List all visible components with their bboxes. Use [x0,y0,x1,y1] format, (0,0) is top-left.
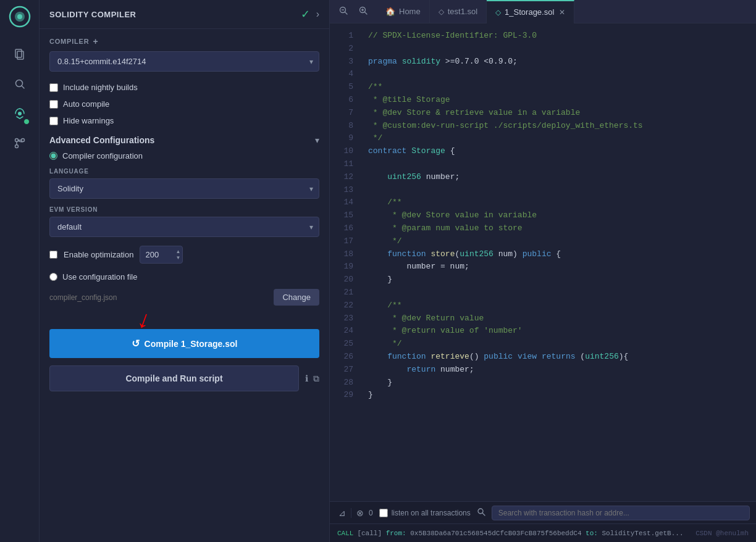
compile-run-label: Compile and Run script [125,373,222,383]
compiler-version-select[interactable]: 0.8.15+commit.e14f2714 0.8.14+commit.80d… [49,51,319,72]
hide-warnings-row: Hide warnings [40,112,329,129]
search-tx-icon[interactable] [477,507,485,518]
hide-warnings-checkbox[interactable] [49,117,58,125]
svg-line-19 [482,513,485,515]
hide-warnings-label[interactable]: Hide warnings [63,116,114,125]
listen-row: listen on all transactions [379,509,471,517]
home-tab[interactable]: 🏠 Home [377,0,430,23]
header-right: ✓ › [301,7,319,21]
bottom-bar: ⊿ ⊗ 0 listen on all transactions [330,501,756,523]
enable-optimization-label[interactable]: Enable optimization [64,250,133,259]
advanced-header[interactable]: Advanced Configurations ▾ [49,135,319,145]
tab-bar: 🏠 Home ◇ test1.sol ◇ 1_Storage.sol ✕ [330,0,756,23]
compiler-version-section: COMPILER + 0.8.15+commit.e14f2714 0.8.14… [40,29,329,79]
chevron-down-icon: ▾ [315,135,319,145]
use-config-row: Use configuration file [49,272,319,281]
divider1 [351,508,351,518]
svg-line-13 [345,12,348,14]
storage-tab-icon: ◇ [495,8,501,17]
evm-select-wrapper: default london berlin istanbul ▾ [49,217,319,237]
auto-compile-label[interactable]: Auto compile [63,99,109,109]
icon-sidebar [0,0,40,542]
advanced-section: Advanced Configurations ▾ Compiler confi… [40,129,329,324]
change-button[interactable]: Change [274,289,319,306]
compiler-header: SOLIDITY COMPILER ✓ › [40,0,329,29]
language-section: LANGUAGE Solidity Yul ▾ [49,168,319,199]
compiler-config-label[interactable]: Compiler configuration [62,151,143,161]
search-sidebar-icon [14,78,26,93]
search-tx-input[interactable] [492,506,750,520]
config-file-row: Change [49,289,319,306]
evm-version-select[interactable]: default london berlin istanbul [49,217,319,237]
version-select-wrapper: 0.8.15+commit.e14f2714 0.8.14+commit.80d… [49,51,319,72]
bottom-left-icons: ⊿ ⊗ 0 [336,507,373,519]
copy-icon[interactable]: ⧉ [313,373,319,384]
opt-decrement[interactable]: ▼ [176,255,181,261]
storage-tab[interactable]: ◇ 1_Storage.sol ✕ [487,0,574,23]
code-editor: 12345 678910 1112131415 1617181920 21222… [330,23,756,501]
opt-spinner: ▲ ▼ [176,249,181,261]
language-select-wrapper: Solidity Yul ▾ [49,178,319,199]
optimization-row: Enable optimization ▲ ▼ [49,246,319,264]
include-nightly-label[interactable]: Include nightly builds [63,83,138,92]
files-icon [14,48,26,64]
language-select[interactable]: Solidity Yul [49,178,319,199]
test1-tab[interactable]: ◇ test1.sol [430,0,487,23]
svg-line-6 [22,86,24,88]
compile-button-label: Compile 1_Storage.sol [145,339,238,349]
config-file-input[interactable] [49,291,269,304]
use-config-label[interactable]: Use configuration file [62,272,137,281]
sidebar-files[interactable] [6,42,33,69]
include-nightly-checkbox[interactable] [49,83,58,92]
test1-tab-label: test1.sol [448,7,477,16]
zoom-in-icon[interactable] [355,3,372,20]
tab-bar-zoom [330,3,377,20]
test1-tab-icon: ◇ [439,7,444,16]
storage-tab-label: 1_Storage.sol [505,7,554,17]
git-icon [14,137,26,152]
advanced-title: Advanced Configurations [49,135,154,145]
code-content[interactable]: // SPDX-License-Identifier: GPL-3.0 prag… [359,23,756,501]
home-tab-label: Home [399,7,421,16]
watermark: CSDN @henulmh [695,530,749,537]
call-tag: CALL [337,530,353,537]
tx-count: 0 [369,509,373,517]
svg-line-17 [365,12,368,14]
call-log: CALL [call] from: 0x5B38Da6a701c568545dC… [330,523,756,542]
check-icon: ✓ [301,7,310,21]
auto-compile-row: Auto compile [40,96,329,112]
compile-button[interactable]: ↺ Compile 1_Storage.sol [49,329,319,358]
compile-run-row: Compile and Run script ℹ ⧉ [49,365,319,391]
compile-run-button[interactable]: Compile and Run script [49,365,299,391]
sidebar-search[interactable] [6,72,33,99]
collapse-icon[interactable]: ⊿ [336,507,348,519]
compiler-panel: SOLIDITY COMPILER ✓ › COMPILER + 0.8.15+… [40,0,330,542]
listen-all-label[interactable]: listen on all transactions [392,509,471,517]
enable-optimization-checkbox[interactable] [49,251,57,259]
logo-icon [9,6,31,32]
deploy-badge [23,119,30,125]
storage-tab-close[interactable]: ✕ [559,8,565,17]
add-compiler-icon[interactable]: + [93,36,98,46]
line-numbers: 12345 678910 1112131415 1617181920 21222… [330,23,359,501]
editor-area: 🏠 Home ◇ test1.sol ◇ 1_Storage.sol ✕ 123… [330,0,756,542]
svg-point-2 [17,14,22,19]
opt-increment[interactable]: ▲ [176,249,181,254]
sidebar-deploy[interactable] [6,101,33,128]
call-log-text: [call] from: 0x5B38Da6a701c568545dCfcB03… [357,530,683,537]
sidebar-git[interactable] [6,131,33,158]
use-config-radio[interactable] [49,273,57,281]
listen-all-checkbox[interactable] [379,509,388,517]
auto-compile-checkbox[interactable] [49,100,58,109]
compiler-config-radio[interactable] [49,152,57,160]
svg-point-7 [18,112,22,115]
zoom-out-icon[interactable] [335,3,352,20]
info-icon[interactable]: ℹ [305,373,308,384]
compile-refresh-icon: ↺ [132,338,140,349]
sidebar-logo[interactable] [6,5,33,32]
opt-value-wrapper: ▲ ▼ [140,246,183,264]
home-tab-icon: 🏠 [385,7,395,16]
block-icon[interactable]: ⊗ [354,507,366,519]
evm-section: EVM VERSION default london berlin istanb… [49,206,319,237]
arrow-right-icon[interactable]: › [316,9,319,20]
